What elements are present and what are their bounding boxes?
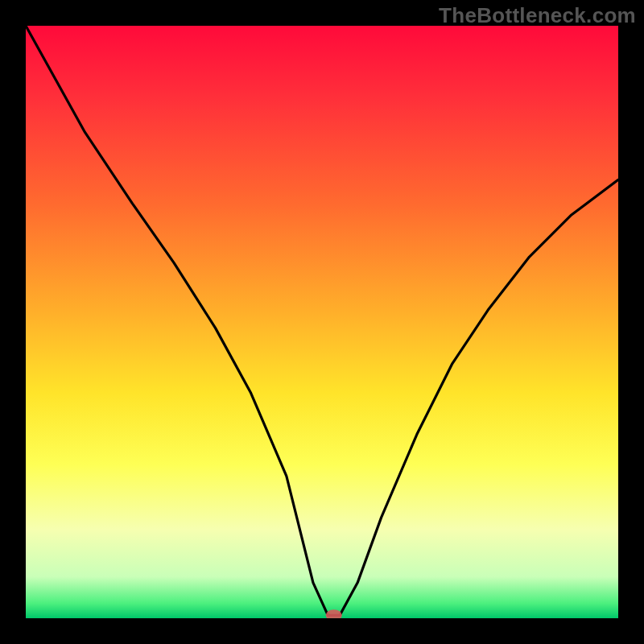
chart-svg xyxy=(26,26,618,618)
chart-frame: TheBottleneck.com xyxy=(0,0,644,644)
gradient-rect xyxy=(26,26,618,618)
attribution-label: TheBottleneck.com xyxy=(439,3,636,28)
plot-area xyxy=(26,26,618,618)
